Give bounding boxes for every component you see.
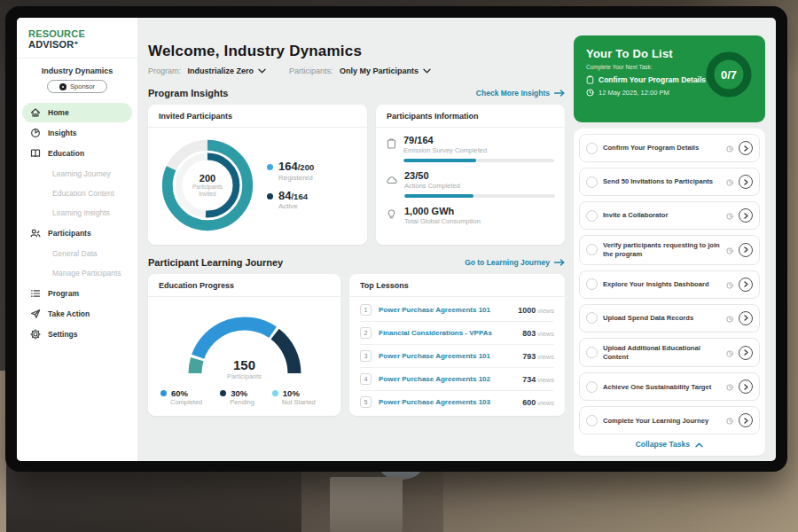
completed-label: Completed — [170, 398, 202, 406]
sidebar-item-education[interactable]: Education — [22, 144, 132, 163]
sidebar-item-participants[interactable]: Participants — [22, 223, 132, 243]
sidebar-item-general-data[interactable]: General Data — [22, 244, 132, 263]
legend-registered: 164/200 Registered — [267, 160, 314, 181]
task-row-upload-spend-data[interactable]: Upload Spend Data Records — [579, 304, 760, 332]
lesson-views: 600 — [522, 398, 536, 407]
sidebar-item-education-content[interactable]: Education Content — [22, 184, 132, 203]
participants-information-body: 79/164 Emission Survey Completed 23/50 A… — [376, 128, 565, 225]
todo-progress-ring: 0/7 — [703, 49, 755, 100]
donut-center-label: 200 Participants Invited — [155, 133, 260, 238]
task-label: Verify participants requesting to join t… — [603, 241, 721, 259]
todo-panel: Your To Do List Complete Your Next Task:… — [574, 18, 776, 461]
task-checkbox[interactable] — [586, 176, 598, 188]
task-row-complete-learning-journey[interactable]: Complete Your Learning Journey — [579, 406, 760, 434]
top-lessons-list: 1 Power Purchase Agreements 101 1000 vie… — [349, 297, 565, 413]
sponsor-icon — [59, 83, 66, 90]
task-row-explore-insights[interactable]: Explore Your Insights Dashboard — [579, 270, 760, 299]
collapse-tasks-link[interactable]: Collapse Tasks — [579, 440, 760, 449]
task-checkbox[interactable] — [586, 415, 598, 426]
list-icon — [30, 288, 41, 299]
sidebar-item-learning-insights[interactable]: Learning Insights — [22, 203, 132, 223]
sidebar-item-label: Education — [48, 149, 84, 158]
check-more-insights-link[interactable]: Check More Insights — [476, 89, 565, 98]
task-checkbox[interactable] — [586, 143, 598, 154]
task-row-achieve-target[interactable]: Achieve One Sustainability Target — [579, 372, 760, 401]
legend-active: 84/164 Active — [267, 190, 314, 210]
sidebar-item-label: Settings — [48, 330, 78, 339]
actions-progress-bar — [404, 194, 555, 198]
todo-task-list: Confirm Your Program Details Send 50 Inv… — [574, 129, 765, 456]
task-open-button[interactable] — [739, 379, 753, 394]
task-checkbox[interactable] — [586, 278, 598, 290]
sidebar-item-home[interactable]: Home — [22, 103, 132, 122]
sidebar-item-manage-participants[interactable]: Manage Participants — [22, 263, 132, 283]
chevron-up-icon — [695, 442, 703, 448]
emission-label: Emission Survey Completed — [403, 146, 554, 154]
clock-icon — [726, 379, 733, 395]
todo-summary-card: Your To Do List Complete Your Next Task:… — [574, 35, 765, 122]
education-progress-title: Education Progress — [148, 274, 340, 297]
lesson-link[interactable]: Power Purchase Agreements 102 — [379, 375, 515, 383]
lesson-link[interactable]: Power Purchase Agreements 103 — [379, 398, 515, 406]
task-row-invite-collaborator[interactable]: Invite a Collaborator — [579, 201, 760, 230]
views-suffix: views — [536, 330, 554, 338]
clock-icon — [726, 277, 733, 293]
sidebar-item-learning-journey[interactable]: Learning Journey — [22, 164, 132, 184]
todo-progress-count: 0/7 — [703, 49, 755, 100]
active-label: Active — [278, 202, 308, 210]
task-checkbox[interactable] — [586, 312, 598, 324]
lesson-link[interactable]: Financial Considerations - VPPAs — [379, 329, 515, 337]
task-row-confirm-program[interactable]: Confirm Your Program Details — [579, 134, 760, 162]
clock-icon — [726, 310, 733, 326]
cloud-icon — [387, 170, 397, 198]
go-to-learning-journey-link[interactable]: Go to Learning Journey — [465, 258, 565, 267]
invited-participants-body: 200 Participants Invited 164/200 Registe… — [148, 128, 367, 243]
legend-completed: 60% Completed — [160, 388, 202, 406]
task-checkbox[interactable] — [586, 244, 598, 255]
lesson-rank: 3 — [360, 350, 372, 362]
sidebar-item-settings[interactable]: Settings — [22, 325, 132, 344]
gauge-value: 150 — [178, 357, 311, 372]
sidebar-item-program[interactable]: Program — [22, 284, 132, 303]
invited-participants-title: Invited Participants — [148, 105, 367, 128]
users-icon — [30, 228, 41, 239]
task-open-button[interactable] — [739, 141, 753, 155]
registered-dot-icon — [267, 164, 273, 170]
task-row-verify-participants[interactable]: Verify participants requesting to join t… — [579, 235, 760, 265]
lesson-row: 2 Financial Considerations - VPPAs 803 v… — [360, 322, 554, 345]
todo-due-label: 12 May 2025, 12:00 PM — [598, 89, 669, 97]
task-checkbox[interactable] — [586, 210, 598, 222]
collapse-tasks-label: Collapse Tasks — [636, 440, 690, 449]
task-open-button[interactable] — [739, 278, 753, 292]
task-row-upload-educational-content[interactable]: Upload Additional Educational Content — [579, 338, 760, 368]
actions-value: 23/50 — [404, 170, 555, 181]
task-row-send-invitations[interactable]: Send 50 Invitations to Participants — [579, 168, 760, 196]
task-checkbox[interactable] — [586, 381, 598, 393]
task-open-button[interactable] — [739, 243, 753, 257]
task-open-button[interactable] — [739, 346, 753, 360]
invited-total: 200 — [200, 173, 215, 184]
pending-label: Pending — [230, 398, 254, 406]
sidebar-item-label: Home — [48, 108, 69, 117]
task-open-button[interactable] — [739, 413, 753, 427]
participants-filter-select[interactable]: Only My Participants — [340, 66, 431, 75]
lesson-rank: 2 — [360, 327, 372, 339]
views-suffix: views — [536, 399, 554, 407]
sidebar-item-insights[interactable]: Insights — [22, 123, 132, 143]
task-checkbox[interactable] — [586, 347, 598, 358]
task-open-button[interactable] — [739, 175, 753, 189]
program-filter-select[interactable]: Industrialize Zero — [188, 66, 267, 75]
lesson-link[interactable]: Power Purchase Agreements 101 — [379, 352, 515, 360]
registered-total: /200 — [298, 162, 315, 172]
sidebar-item-take-action[interactable]: Take Action — [22, 304, 132, 324]
task-label: Upload Spend Data Records — [603, 314, 721, 323]
lesson-link[interactable]: Power Purchase Agreements 101 — [379, 306, 511, 314]
clock-icon — [726, 345, 733, 361]
task-open-button[interactable] — [739, 208, 753, 223]
invited-total-label2: Invited — [199, 191, 215, 198]
sidebar-item-label: Insights — [48, 129, 77, 137]
task-open-button[interactable] — [739, 311, 753, 325]
participants-information-title: Participants Information — [376, 105, 565, 128]
participants-filter-value: Only My Participants — [340, 66, 419, 75]
top-lessons-card: Top Lessons 1 Power Purchase Agreements … — [349, 274, 565, 416]
